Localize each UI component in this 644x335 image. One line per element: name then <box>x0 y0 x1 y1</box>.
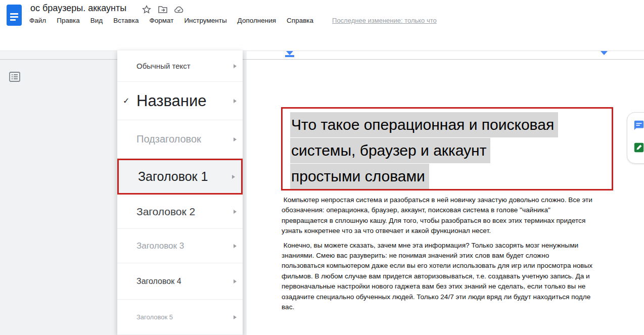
menubar-item-1[interactable]: Правка <box>57 17 80 24</box>
menubar-item-5[interactable]: Инструменты <box>184 17 226 24</box>
comment-bubble-icon[interactable] <box>633 120 644 131</box>
google-docs-logo[interactable] <box>6 4 22 26</box>
submenu-arrow-icon <box>234 279 237 283</box>
ruler[interactable] <box>0 51 644 60</box>
star-icon[interactable] <box>142 5 152 15</box>
menubar-item-0[interactable]: Файл <box>29 17 46 24</box>
doc-paragraph: Конечно, вы можете сказать, зачем мне эт… <box>282 241 593 313</box>
style-menu-item-label: Заголовок 3 <box>136 241 184 251</box>
style-menu-item-label: Заголовок 5 <box>136 313 173 321</box>
style-menu-item-label: Подзаголовок <box>136 133 201 145</box>
first-line-indent-marker[interactable] <box>286 51 293 55</box>
doc-title-line: системы, браузер и аккаунт <box>290 138 558 164</box>
last-edit-link[interactable]: Последнее изменение: только что <box>332 17 437 24</box>
doc-title[interactable]: Что такое операционная и поисковаясистем… <box>290 112 558 189</box>
submenu-arrow-icon <box>234 99 237 103</box>
style-menu-item-title[interactable]: ✓Название <box>117 82 243 120</box>
style-menu-item-label: Заголовок 4 <box>136 277 181 286</box>
style-menu-item-h2[interactable]: Заголовок 2 <box>117 195 243 229</box>
left-indent-marker[interactable] <box>285 55 294 57</box>
menubar-item-7[interactable]: Справка <box>287 17 313 24</box>
menubar-item-4[interactable]: Формат <box>149 17 173 24</box>
document-title[interactable]: ос браузеры. аккаунты <box>30 3 126 14</box>
ruler-page-area <box>247 51 644 59</box>
submenu-arrow-icon <box>234 64 237 68</box>
edit-mode-icon[interactable] <box>633 142 644 153</box>
style-menu-item-label: Обычный текст <box>136 62 191 70</box>
toolbar <box>0 31 644 51</box>
selected-text: системы, браузер и аккаунт <box>290 138 490 163</box>
style-menu-item-h1[interactable]: Заголовок 1 <box>117 159 243 195</box>
style-menu-item-label: Заголовок 2 <box>136 206 195 218</box>
submenu-arrow-icon <box>234 210 237 214</box>
menubar-item-2[interactable]: Вид <box>90 17 103 24</box>
doc-title-line: простыми словами <box>290 164 558 189</box>
right-indent-marker[interactable] <box>601 51 608 55</box>
menubar-item-6[interactable]: Дополнения <box>238 17 276 24</box>
style-dropdown-list: Обычный текст✓НазваниеПодзаголовокЗаголо… <box>117 51 243 335</box>
header: ос браузеры. аккаунты ФайлПравкаВидВстав… <box>0 0 644 31</box>
style-menu-item-normal[interactable]: Обычный текст <box>117 51 243 82</box>
submenu-arrow-icon <box>234 244 237 248</box>
style-menu-item-h3[interactable]: Заголовок 3 <box>117 229 243 263</box>
doc-body[interactable]: Компьютер непростая система и разобратьс… <box>282 195 593 316</box>
selected-text: простыми словами <box>290 164 429 189</box>
style-dropdown: Обычный текст✓НазваниеПодзаголовокЗаголо… <box>117 51 243 335</box>
style-menu-item-label: Название <box>136 92 207 110</box>
style-menu-item-h5[interactable]: Заголовок 5 <box>117 300 243 335</box>
selected-text: Что такое операционная и поисковая <box>290 112 558 137</box>
check-icon: ✓ <box>123 96 129 106</box>
submenu-arrow-icon <box>232 175 235 179</box>
style-menu-item-subtitle[interactable]: Подзаголовок <box>117 120 243 159</box>
style-menu-item-h4[interactable]: Заголовок 4 <box>117 263 243 300</box>
document-outline-icon[interactable] <box>8 71 21 84</box>
submenu-arrow-icon <box>234 137 237 141</box>
move-folder-icon[interactable] <box>158 5 168 15</box>
doc-paragraph: Компьютер непростая система и разобратьс… <box>282 195 593 236</box>
menubar-items: ФайлПравкаВидВставкаФорматИнструментыДоп… <box>29 17 437 24</box>
menubar-item-3[interactable]: Вставка <box>113 17 139 24</box>
google-docs-window: 21123456789101112131415161718 ос браузер… <box>0 0 644 335</box>
submenu-arrow-icon <box>234 315 237 319</box>
cloud-status-icon[interactable] <box>174 5 184 15</box>
doc-title-line: Что такое операционная и поисковая <box>290 112 558 138</box>
side-action-panel <box>627 112 644 164</box>
style-menu-item-label: Заголовок 1 <box>138 169 208 184</box>
